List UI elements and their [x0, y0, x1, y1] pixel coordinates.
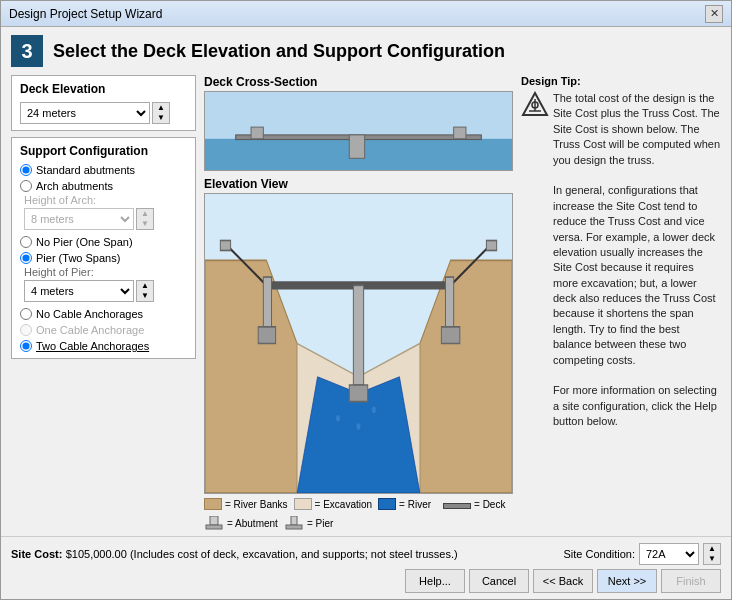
deck-elevation-row: 24 meters 20 meters 28 meters 32 meters … — [20, 102, 187, 124]
standard-abutments-option[interactable]: Standard abutments — [20, 164, 187, 176]
deck-elevation-title: Deck Elevation — [20, 82, 187, 96]
one-cable-radio — [20, 324, 32, 336]
svg-rect-16 — [263, 277, 271, 327]
one-cable-option: One Cable Anchorage — [20, 324, 187, 336]
elevation-area: Elevation View — [204, 177, 513, 530]
deck-elevation-up[interactable]: ▲ — [153, 103, 169, 113]
legend-river-banks-label: = River Banks — [225, 499, 288, 510]
svg-rect-14 — [220, 241, 230, 251]
legend-excavation-icon — [294, 498, 312, 510]
support-config-section: Support Configuration Standard abutments… — [11, 137, 196, 359]
no-pier-radio[interactable] — [20, 236, 32, 248]
no-cable-option[interactable]: No Cable Anchorages — [20, 308, 187, 320]
arch-abutments-option[interactable]: Arch abutments — [20, 180, 187, 192]
legend-abutment-icon — [204, 516, 224, 530]
title-bar: Design Project Setup Wizard ✕ — [1, 1, 731, 27]
design-tip-content: The total cost of the design is the Site… — [521, 91, 721, 430]
legend-river-banks-icon — [204, 498, 222, 510]
back-button[interactable]: << Back — [533, 569, 593, 593]
no-pier-option[interactable]: No Pier (One Span) — [20, 236, 187, 248]
svg-rect-15 — [486, 241, 496, 251]
legend-deck-label: = Deck — [474, 499, 505, 510]
site-condition-up[interactable]: ▲ — [704, 544, 720, 554]
abutment-radio-group: Standard abutments Arch abutments — [20, 164, 187, 192]
legend-deck: = Deck — [443, 499, 505, 510]
two-cable-label: Two Cable Anchorages — [36, 340, 149, 352]
pier-height-up[interactable]: ▲ — [137, 281, 153, 291]
elevation-box — [204, 193, 513, 494]
support-config-title: Support Configuration — [20, 144, 187, 158]
site-condition-select[interactable]: 72A 72B 85A — [639, 543, 699, 565]
svg-rect-18 — [445, 277, 453, 327]
pier-two-spans-option[interactable]: Pier (Two Spans) — [20, 252, 187, 264]
pier-radio-group: No Pier (One Span) Pier (Two Spans) — [20, 236, 187, 264]
svg-rect-26 — [206, 525, 222, 529]
next-button[interactable]: Next >> — [597, 569, 657, 593]
legend-row: = River Banks = Excavation = River — [204, 498, 513, 530]
cross-section-box — [204, 91, 513, 171]
site-condition-area: Site Condition: 72A 72B 85A ▲ ▼ — [563, 543, 721, 565]
page-title: Select the Deck Elevation and Support Co… — [53, 41, 505, 62]
site-condition-spinner[interactable]: ▲ ▼ — [703, 543, 721, 565]
svg-point-22 — [336, 415, 340, 422]
help-button[interactable]: Help... — [405, 569, 465, 593]
elevation-label: Elevation View — [204, 177, 513, 191]
arch-abutments-label: Arch abutments — [36, 180, 113, 192]
pier-height-spinner[interactable]: ▲ ▼ — [136, 280, 154, 302]
two-cable-radio[interactable] — [20, 340, 32, 352]
middle-panel: Deck Cross-Section — [204, 75, 513, 530]
svg-rect-5 — [349, 135, 364, 158]
cable-radio-group: No Cable Anchorages One Cable Anchorage … — [20, 308, 187, 352]
svg-marker-21 — [349, 385, 367, 402]
site-cost-value: $105,000.00 (Includes cost of deck, exca… — [66, 548, 458, 560]
deck-elevation-down[interactable]: ▼ — [153, 113, 169, 123]
legend-river-label: = River — [399, 499, 431, 510]
pier-two-spans-label: Pier (Two Spans) — [36, 252, 120, 264]
svg-marker-17 — [258, 327, 275, 344]
cross-section-svg — [205, 92, 512, 170]
window-title: Design Project Setup Wizard — [9, 7, 162, 21]
arch-height-down: ▼ — [137, 219, 153, 229]
legend-abutment-label: = Abutment — [227, 518, 278, 529]
cancel-button[interactable]: Cancel — [469, 569, 529, 593]
pier-height-select[interactable]: 4 meters 6 meters 8 meters — [24, 280, 134, 302]
arch-abutments-radio[interactable] — [20, 180, 32, 192]
step-badge: 3 — [11, 35, 43, 67]
legend-pier-label: = Pier — [307, 518, 333, 529]
svg-rect-25 — [210, 516, 218, 525]
legend-river-banks: = River Banks — [204, 498, 288, 510]
left-panel: Deck Elevation 24 meters 20 meters 28 me… — [11, 75, 196, 530]
arch-height-select[interactable]: 8 meters — [24, 208, 134, 230]
deck-elevation-spinner[interactable]: ▲ ▼ — [152, 102, 170, 124]
legend-deck-icon — [443, 503, 471, 509]
cross-section-label: Deck Cross-Section — [204, 75, 513, 89]
no-cable-radio[interactable] — [20, 308, 32, 320]
legend-river: = River — [378, 498, 431, 510]
site-cost-row: Site Cost: $105,000.00 (Includes cost of… — [11, 543, 721, 565]
elevation-svg — [205, 194, 512, 493]
close-button[interactable]: ✕ — [705, 5, 723, 23]
legend-river-icon — [378, 498, 396, 510]
deck-elevation-select[interactable]: 24 meters 20 meters 28 meters 32 meters — [20, 102, 150, 124]
right-panel: Design Tip: The total cost of the design… — [521, 75, 721, 530]
standard-abutments-radio[interactable] — [20, 164, 32, 176]
no-cable-label: No Cable Anchorages — [36, 308, 143, 320]
two-cable-option[interactable]: Two Cable Anchorages — [20, 340, 187, 352]
no-pier-label: No Pier (One Span) — [36, 236, 133, 248]
svg-rect-3 — [251, 127, 263, 139]
main-window: Design Project Setup Wizard ✕ 3 Select t… — [0, 0, 732, 600]
pier-height-down[interactable]: ▼ — [137, 291, 153, 301]
finish-button[interactable]: Finish — [661, 569, 721, 593]
legend-abutment: = Abutment — [204, 516, 278, 530]
site-condition-down[interactable]: ▼ — [704, 554, 720, 564]
cross-section-area: Deck Cross-Section — [204, 75, 513, 171]
arch-height-row: 8 meters ▲ ▼ — [24, 208, 187, 230]
arch-height-up: ▲ — [137, 209, 153, 219]
svg-rect-20 — [353, 285, 363, 385]
standard-abutments-label: Standard abutments — [36, 164, 135, 176]
svg-point-24 — [356, 423, 360, 430]
pier-two-spans-radio[interactable] — [20, 252, 32, 264]
design-tip-title: Design Tip: — [521, 75, 721, 87]
site-cost-label: Site Cost: — [11, 548, 62, 560]
one-cable-label: One Cable Anchorage — [36, 324, 144, 336]
